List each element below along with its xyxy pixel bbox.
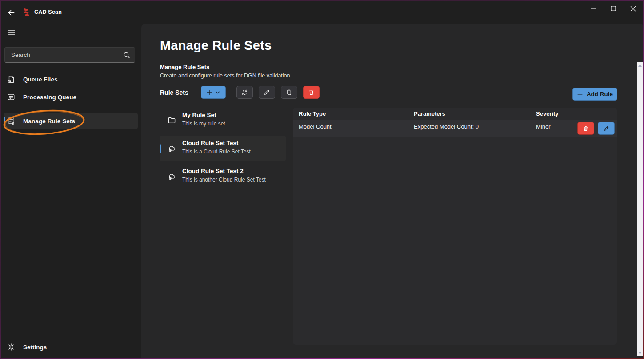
section-title: Manage Rule Sets [160, 64, 290, 70]
edit-rule-set-button[interactable] [259, 86, 275, 99]
sidebar: Queue Files Processing Queue [0, 24, 141, 359]
folder-icon [168, 116, 176, 125]
rule-set-item-cloud-rule-set-test-2[interactable]: Cloud Rule Set Test 2 This is another Cl… [160, 164, 286, 189]
search-input[interactable] [11, 52, 123, 58]
minimize-button[interactable] [583, 0, 603, 17]
refresh-rule-sets-button[interactable] [236, 86, 253, 99]
window-controls [583, 0, 643, 17]
scroll-up-arrow-icon[interactable] [638, 65, 642, 67]
hamburger-menu-button[interactable] [3, 25, 19, 40]
search-icon [123, 52, 130, 59]
search-box [4, 47, 135, 63]
queue-files-icon [7, 75, 15, 83]
scroll-down-arrow-icon[interactable] [638, 352, 642, 354]
section-subtitle: Create and configure rule sets for DGN f… [160, 73, 290, 79]
page-title: Manage Rule Sets [160, 38, 272, 53]
rule-set-item-cloud-rule-set-test[interactable]: Cloud Rule Set Test This is a Cloud Rule… [160, 136, 286, 161]
edit-rule-button[interactable] [598, 122, 615, 135]
cloud-gear-icon [168, 172, 176, 181]
sidebar-nav: Queue Files Processing Queue [0, 70, 141, 129]
vertical-scrollbar[interactable] [637, 62, 643, 356]
back-button[interactable] [4, 5, 19, 20]
rule-sets-label: Rule Sets [160, 89, 188, 96]
section-head: Manage Rule Sets Create and configure ru… [160, 64, 290, 79]
app-logo-icon [23, 7, 31, 18]
rule-set-list: My Rule Set This is my rule set. Cloud R… [160, 108, 286, 192]
sidebar-item-label: Manage Rule Sets [23, 118, 75, 125]
sidebar-item-label: Processing Queue [23, 94, 76, 101]
rule-set-name: Cloud Rule Set Test 2 [182, 168, 244, 174]
rule-set-item-my-rule-set[interactable]: My Rule Set This is my rule set. [160, 108, 286, 133]
sidebar-item-settings[interactable]: Settings [4, 339, 138, 355]
gear-icon [7, 343, 15, 351]
cell-rule-type: Model Count [293, 120, 408, 137]
plus-icon [206, 89, 212, 96]
selected-accent-bar [4, 117, 5, 125]
arrow-left-icon [7, 8, 16, 17]
column-header-parameters: Parameters [408, 108, 530, 120]
rule-set-description: This is my rule set. [182, 121, 227, 127]
rule-set-description: This is another Cloud Rule Set Test [182, 177, 266, 183]
sidebar-item-queue-files[interactable]: Queue Files [4, 70, 138, 88]
maximize-button[interactable] [603, 0, 623, 17]
trash-icon [308, 89, 315, 96]
column-header-severity: Severity [530, 108, 573, 120]
pencil-icon [264, 89, 270, 96]
add-rule-set-dropdown-button[interactable] [201, 86, 226, 99]
rule-set-name: Cloud Rule Set Test [182, 140, 239, 146]
cell-severity: Minor [530, 120, 573, 137]
close-button[interactable] [623, 0, 643, 17]
column-header-rule-type: Rule Type [293, 108, 408, 120]
delete-rule-set-button[interactable] [303, 86, 320, 99]
rule-sets-toolbar: Rule Sets [160, 86, 325, 99]
app-title: CAD Scan [34, 9, 62, 15]
rules-table: Rule Type Parameters Severity Model Coun… [293, 108, 617, 345]
delete-rule-button[interactable] [577, 122, 594, 135]
selected-accent-bar [160, 144, 161, 153]
add-rule-label: Add Rule [587, 91, 613, 97]
titlebar: CAD Scan [0, 0, 644, 24]
processing-queue-icon [7, 93, 15, 101]
copy-rule-set-button[interactable] [281, 86, 297, 99]
chevron-down-icon [216, 90, 220, 95]
trash-icon [583, 125, 589, 132]
app-window: CAD Scan [0, 0, 644, 359]
cell-actions [573, 120, 617, 137]
column-header-actions [573, 108, 617, 120]
copy-icon [286, 89, 292, 96]
rule-sets-icon [7, 117, 15, 125]
rule-set-name: My Rule Set [182, 112, 216, 118]
sidebar-item-manage-rule-sets[interactable]: Manage Rule Sets [4, 113, 138, 129]
sidebar-item-label: Queue Files [23, 76, 58, 83]
main-panel: Manage Rule Sets Manage Rule Sets Create… [141, 24, 644, 359]
refresh-icon [241, 89, 248, 96]
settings-label: Settings [23, 344, 47, 351]
pencil-icon [603, 125, 609, 132]
sidebar-item-processing-queue[interactable]: Processing Queue [4, 88, 138, 106]
rule-set-description: This is a Cloud Rule Set Test [182, 149, 251, 155]
cloud-gear-icon [168, 144, 176, 153]
plus-icon [577, 91, 583, 97]
hamburger-icon [8, 29, 15, 36]
add-rule-button[interactable]: Add Rule [572, 88, 617, 101]
sidebar-divider [0, 109, 141, 109]
cell-parameters: Expected Model Count: 0 [408, 120, 530, 137]
